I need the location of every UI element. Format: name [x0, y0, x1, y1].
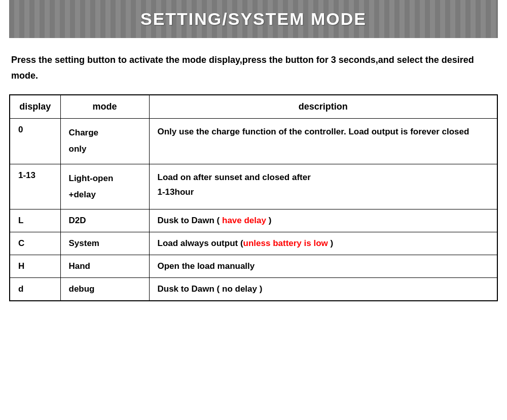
cell-display-H: H	[10, 255, 60, 278]
table-row: H Hand Open the load manually	[10, 255, 497, 278]
intro-text: Press the setting button to activate the…	[9, 52, 498, 83]
cell-desc-H: Open the load manually	[149, 255, 497, 278]
cell-display-L: L	[10, 209, 60, 232]
cell-display-C: C	[10, 232, 60, 255]
cell-mode-0: Charge only	[60, 119, 149, 164]
cell-desc-d: Dusk to Dawn ( no delay )	[149, 278, 497, 301]
header-bar: SETTING/SYSTEM MODE	[9, 0, 498, 38]
cell-mode-H: Hand	[60, 255, 149, 278]
cell-desc-C: Load always output (unless battery is lo…	[149, 232, 497, 255]
intro-text-content: Press the setting button to activate the…	[11, 55, 474, 81]
table-row: 0 Charge only Only use the charge functi…	[10, 119, 497, 164]
cell-display-0: 0	[10, 119, 60, 164]
col-header-description: description	[149, 95, 497, 119]
cell-mode-C: System	[60, 232, 149, 255]
table-row: C System Load always output (unless batt…	[10, 232, 497, 255]
cell-desc-0: Only use the charge function of the cont…	[149, 119, 497, 164]
col-header-display: display	[10, 95, 60, 119]
cell-mode-d: debug	[60, 278, 149, 301]
cell-mode-1-13: Light-open +delay	[60, 164, 149, 209]
col-header-mode: mode	[60, 95, 149, 119]
cell-display-d: d	[10, 278, 60, 301]
table-row: L D2D Dusk to Dawn ( have delay )	[10, 209, 497, 232]
page-container: SETTING/SYSTEM MODE Press the setting bu…	[0, 0, 507, 420]
cell-desc-1-13: Load on after sunset and closed after 1-…	[149, 164, 497, 209]
cell-desc-L: Dusk to Dawn ( have delay )	[149, 209, 497, 232]
cell-mode-L: D2D	[60, 209, 149, 232]
cell-display-1-13: 1-13	[10, 164, 60, 209]
table-row: d debug Dusk to Dawn ( no delay )	[10, 278, 497, 301]
table-row: 1-13 Light-open +delay Load on after sun…	[10, 164, 497, 209]
page-title: SETTING/SYSTEM MODE	[140, 9, 367, 29]
table-header-row: display mode description	[10, 95, 497, 119]
mode-table: display mode description 0 Charge only O…	[9, 94, 498, 301]
